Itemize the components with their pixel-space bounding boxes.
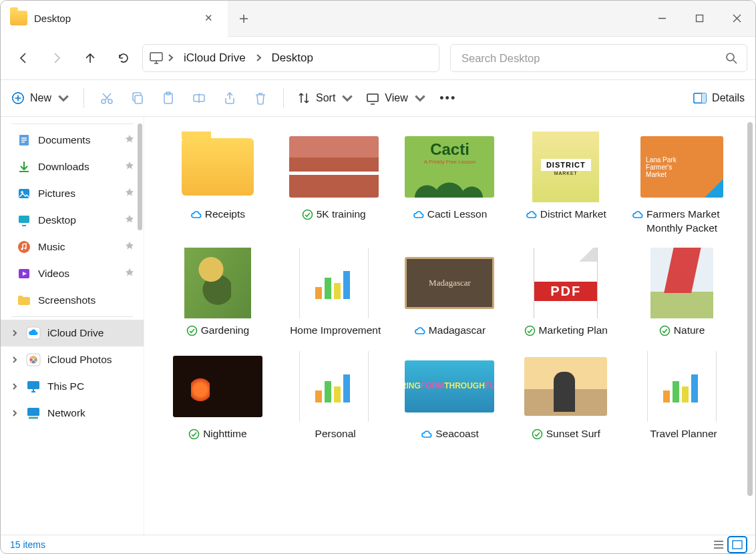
forward-button[interactable]	[42, 45, 71, 71]
share-button[interactable]	[215, 85, 244, 111]
close-tab-button[interactable]: ✕	[199, 9, 218, 27]
search-box[interactable]	[450, 44, 747, 72]
content-scrollbar[interactable]	[747, 122, 753, 496]
chevron-right-icon[interactable]	[10, 383, 19, 390]
file-name: Receipts	[205, 208, 245, 222]
file-item[interactable]: Travel Planner	[627, 351, 737, 443]
pin-icon	[125, 161, 134, 173]
sort-button[interactable]: Sort	[292, 85, 359, 111]
chevron-right-icon	[255, 52, 262, 64]
copy-button[interactable]	[123, 85, 152, 111]
sidebar-item-label: iCloud Photos	[47, 354, 112, 366]
sidebar-item-label: iCloud Drive	[47, 327, 104, 339]
sidebar-item-music[interactable]: Music	[1, 234, 144, 260]
sidebar-item-pictures[interactable]: Pictures	[1, 180, 144, 207]
svg-rect-16	[19, 216, 29, 223]
svg-rect-44	[663, 390, 670, 402]
file-item[interactable]: EXPLORINGFORMTHROUGHFUNCTION Seacoast	[395, 351, 505, 443]
file-item[interactable]: Home Improvement	[279, 248, 389, 339]
breadcrumb-icloud-drive[interactable]: iCloud Drive	[178, 49, 251, 67]
chevron-right-icon[interactable]	[10, 356, 19, 363]
view-toggles	[710, 537, 746, 552]
sidebar-scrollbar[interactable]	[138, 123, 142, 230]
details-view-toggle[interactable]	[710, 537, 727, 552]
thumbnail	[521, 351, 610, 422]
tab-desktop[interactable]: Desktop ✕	[1, 1, 228, 37]
thumbnail	[637, 351, 727, 422]
chevron-right-icon[interactable]	[10, 410, 19, 417]
titlebar: Desktop ✕	[1, 1, 755, 37]
cloud-status-icon	[632, 209, 643, 223]
icons-view-toggle[interactable]	[729, 537, 746, 552]
svg-rect-32	[315, 287, 322, 299]
file-item[interactable]: Receipts	[163, 131, 272, 236]
file-item[interactable]: DISTRICTMARKET District Market	[511, 131, 620, 236]
sidebar-item-videos[interactable]: Videos	[1, 260, 144, 287]
sidebar-item-this-pc[interactable]: This PC	[1, 373, 144, 400]
file-item[interactable]: CactiA Prickly Free Lesson Cacti Lesson	[395, 131, 505, 236]
back-button[interactable]	[9, 45, 38, 71]
file-item[interactable]: Nighttime	[163, 351, 272, 443]
file-item[interactable]: Gardening	[163, 248, 272, 339]
rename-button[interactable]	[184, 85, 214, 111]
more-button[interactable]: •••	[433, 85, 463, 111]
delete-button[interactable]	[246, 85, 275, 111]
file-item[interactable]: Sunset Surf	[511, 351, 620, 443]
details-pane-button[interactable]: Details	[688, 85, 750, 111]
synced-status-icon	[186, 325, 198, 339]
synced-status-icon	[532, 429, 543, 443]
file-item[interactable]: Lana ParkFarmer's Market Farmers Market …	[627, 131, 737, 236]
file-item[interactable]: Nature	[627, 248, 737, 339]
sidebar-item-downloads[interactable]: Downloads	[1, 154, 144, 180]
thumbnail: EXPLORINGFORMTHROUGHFUNCTION	[405, 351, 494, 422]
pin-icon	[125, 268, 134, 280]
address-bar[interactable]: iCloud Drive Desktop	[142, 44, 439, 72]
paste-button[interactable]	[154, 85, 183, 111]
cut-button[interactable]	[92, 85, 122, 111]
thumbnail	[289, 131, 379, 202]
sidebar-item-icloud-drive[interactable]: iCloud Drive	[1, 320, 144, 346]
sidebar-item-documents[interactable]: Documents	[1, 127, 144, 154]
search-icon	[725, 52, 737, 64]
sidebar-item-icloud-photos[interactable]: iCloud Photos	[1, 346, 144, 373]
separator	[283, 88, 284, 108]
thumbnail	[637, 248, 727, 318]
svg-point-24	[32, 356, 35, 359]
body: Documents Downloads Pictures Desktop Mus…	[1, 117, 755, 535]
plus-icon	[239, 14, 248, 23]
cloud-status-icon	[526, 209, 537, 223]
svg-rect-28	[27, 381, 39, 389]
svg-point-27	[30, 358, 33, 361]
chevron-right-icon[interactable]	[10, 330, 19, 336]
minimize-button[interactable]	[643, 1, 681, 36]
photos-icon	[26, 352, 41, 367]
file-item[interactable]: PDF Marketing Plan	[511, 248, 620, 339]
file-name: Seacoast	[435, 427, 479, 441]
file-name: Nature	[674, 324, 705, 338]
new-button[interactable]: New	[6, 85, 75, 111]
file-name: 5K training	[317, 208, 366, 222]
refresh-button[interactable]	[109, 45, 138, 71]
tab-title: Desktop	[34, 13, 192, 24]
sidebar-item-screenshots[interactable]: Screenshots	[1, 287, 144, 314]
breadcrumb-desktop[interactable]: Desktop	[266, 49, 319, 67]
file-item[interactable]: Personal	[279, 351, 389, 443]
view-button[interactable]: View	[361, 85, 431, 111]
chevron-down-icon	[413, 91, 427, 105]
file-item[interactable]: 5K training	[279, 131, 389, 236]
thumbnail	[173, 131, 262, 202]
new-tab-button[interactable]	[228, 1, 260, 36]
file-item[interactable]: Madagascar Madagascar	[395, 248, 505, 339]
up-button[interactable]	[75, 45, 105, 71]
svg-rect-47	[691, 374, 698, 402]
sidebar-item-network[interactable]: Network	[1, 400, 144, 427]
maximize-button[interactable]	[681, 1, 718, 36]
sidebar-item-label: Downloads	[38, 161, 89, 173]
explorer-window: Desktop ✕ iCloud Drive Desktop	[0, 0, 756, 554]
close-window-button[interactable]	[718, 1, 755, 36]
svg-point-37	[660, 326, 669, 335]
thumbnail: CactiA Prickly Free Lesson	[405, 131, 494, 202]
search-input[interactable]	[460, 51, 725, 65]
chevron-right-icon	[167, 52, 174, 64]
sidebar-item-desktop[interactable]: Desktop	[1, 207, 144, 234]
